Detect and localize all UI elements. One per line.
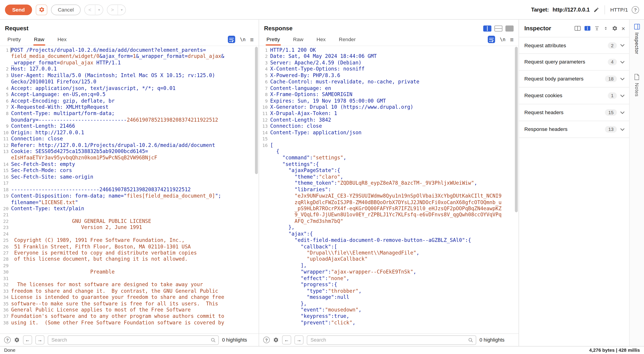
code-line: AFQ_c7md3shm7bQ" bbox=[259, 218, 518, 225]
chevron-down-icon bbox=[620, 94, 625, 97]
code-line: 4Accept: application/json, text/javascri… bbox=[0, 85, 258, 92]
target-url: http://127.0.0.1 bbox=[552, 6, 590, 13]
inspector-close-icon[interactable]: × bbox=[622, 25, 625, 32]
request-scrollbar[interactable] bbox=[255, 47, 258, 333]
section-label: Request attributes bbox=[524, 42, 604, 48]
side-tab-inspector[interactable]: Inspector bbox=[634, 24, 640, 54]
search-help-icon[interactable]: ? bbox=[4, 337, 11, 343]
code-line: 12Content-Length: 3842 bbox=[259, 117, 518, 123]
inspector-section-response-headers[interactable]: Response headers13 bbox=[519, 121, 629, 138]
code-line: 21 bbox=[0, 212, 258, 218]
response-search-input[interactable] bbox=[307, 335, 476, 345]
repeater-window: Send Cancel < ▾ > ▾ Target: http://127.0… bbox=[0, 0, 644, 354]
section-label: Request headers bbox=[524, 110, 602, 115]
tab-hex[interactable]: Hex bbox=[316, 37, 326, 46]
code-line: 31 bbox=[0, 275, 258, 282]
chevron-down-icon bbox=[620, 111, 625, 114]
section-label: Request body parameters bbox=[524, 76, 602, 82]
chevron-down-icon bbox=[620, 77, 625, 80]
scrollbar-thumb[interactable] bbox=[255, 47, 258, 174]
history-forward-button[interactable]: > bbox=[107, 5, 118, 15]
code-line: _wrapper_format=drupal_ajax HTTP/1.1 bbox=[0, 60, 258, 66]
history-forward-dropdown-icon[interactable]: ▾ bbox=[118, 5, 126, 15]
code-line: 29 bbox=[0, 263, 258, 269]
newline-toggle-icon[interactable]: \n bbox=[240, 37, 246, 42]
inspector-section-request-body-parameters[interactable]: Request body parameters18 bbox=[519, 71, 629, 87]
section-count-badge: 4 bbox=[608, 59, 617, 65]
send-button[interactable]: Send bbox=[5, 4, 32, 15]
code-line: "command":"settings", bbox=[259, 155, 518, 161]
next-match-button[interactable]: → bbox=[294, 336, 304, 345]
request-search-input[interactable] bbox=[48, 335, 219, 345]
scrollbar-thumb[interactable] bbox=[515, 47, 518, 212]
tab-hex[interactable]: Hex bbox=[58, 37, 66, 46]
code-line: "ajaxPageState":{ bbox=[259, 168, 518, 174]
code-line: }, bbox=[259, 301, 518, 307]
code-line: }, bbox=[259, 225, 518, 231]
inspector-layout-filled-icon[interactable] bbox=[584, 26, 590, 31]
inspector-layout-outline-icon[interactable] bbox=[575, 26, 581, 31]
wrap-lines-icon[interactable] bbox=[488, 36, 496, 43]
inspector-section-request-cookies[interactable]: Request cookies1 bbox=[519, 87, 629, 104]
history-back-button[interactable]: < bbox=[85, 5, 95, 15]
code-line: 30 Preamble bbox=[0, 269, 258, 275]
response-editor[interactable]: 1HTTP/1.1 200 OK2Date: Sat, 04 May 2024 … bbox=[259, 46, 518, 334]
edit-target-icon[interactable] bbox=[594, 7, 599, 12]
inspector-section-request-headers[interactable]: Request headers15 bbox=[519, 104, 629, 121]
layout-single-button[interactable] bbox=[506, 25, 514, 31]
tab-raw[interactable]: Raw bbox=[34, 37, 44, 46]
search-help-icon[interactable]: ? bbox=[263, 337, 270, 343]
inspector-settings-icon[interactable] bbox=[612, 25, 618, 31]
code-line: 3User-Agent: Mozilla/5.0 (Macintosh; Int… bbox=[0, 73, 258, 79]
inspector-section-request-attributes[interactable]: Request attributes2 bbox=[519, 37, 629, 54]
section-count-badge: 13 bbox=[605, 126, 617, 133]
help-icon[interactable]: ? bbox=[632, 6, 639, 13]
tab-pretty[interactable]: Pretty bbox=[266, 37, 280, 46]
code-line: 11X-Drupal-Ajax-Token: 1 bbox=[259, 111, 518, 117]
request-editor[interactable]: 1POST /Projects/drupal-10.2.6/media/add/… bbox=[0, 46, 258, 334]
request-panel: Request PrettyRawHex \n ≡ 1POST /Project… bbox=[0, 20, 259, 346]
expand-collapse-icon[interactable] bbox=[604, 26, 608, 31]
code-line: 13Connection: close bbox=[259, 123, 518, 130]
editor-menu-icon[interactable]: ≡ bbox=[250, 36, 254, 42]
search-settings-icon[interactable] bbox=[273, 337, 279, 343]
code-line: 34License is intended to guarantee your … bbox=[0, 294, 258, 301]
notes-tab-icon bbox=[634, 74, 640, 80]
code-line: "event":"mousedown", bbox=[259, 307, 518, 313]
search-icon bbox=[210, 337, 216, 343]
code-line: 2Host: 127.0.0.1 bbox=[0, 66, 258, 73]
next-match-button[interactable]: → bbox=[35, 336, 44, 345]
code-line: 37Foundation's software and to any other… bbox=[0, 313, 258, 320]
wrap-lines-icon[interactable] bbox=[228, 36, 236, 43]
cancel-button[interactable]: Cancel bbox=[51, 4, 80, 15]
section-label: Response headers bbox=[524, 126, 602, 132]
tab-raw[interactable]: Raw bbox=[293, 37, 303, 46]
inspector-panel: Inspector × Request attributes2Request q… bbox=[519, 20, 630, 346]
code-line: "eJx9UNFuwzAI_CE3-YZ9SUUIWdmw8Qyu1n19nSp… bbox=[259, 193, 518, 199]
collapse-all-icon[interactable] bbox=[594, 26, 600, 31]
code-line: 23 Version 2, June 1991 bbox=[0, 225, 258, 231]
code-line: 26 51 Franklin Street, Fifth Floor, Bost… bbox=[0, 244, 258, 250]
code-line: 7X-Requested-With: XMLHttpRequest bbox=[0, 104, 258, 111]
newline-toggle-icon[interactable]: \n bbox=[500, 37, 506, 42]
inspector-section-request-query-parameters[interactable]: Request query parameters4 bbox=[519, 54, 629, 71]
code-line: 12Referer: http://127.0.0.1/Projects/dru… bbox=[0, 142, 258, 149]
side-tab-notes[interactable]: Notes bbox=[634, 74, 640, 97]
prev-match-button[interactable]: ← bbox=[282, 336, 291, 345]
prev-match-button[interactable]: ← bbox=[23, 336, 32, 345]
code-line: 25 Copyright (C) 1989, 1991 Free Softwar… bbox=[0, 237, 258, 244]
search-settings-icon[interactable] bbox=[14, 337, 20, 343]
editor-menu-icon[interactable]: ≡ bbox=[510, 36, 514, 42]
layout-stacked-button[interactable] bbox=[494, 23, 503, 34]
tab-render[interactable]: Render bbox=[339, 37, 356, 46]
inspector-tab-icon bbox=[634, 24, 640, 29]
response-scrollbar[interactable] bbox=[515, 47, 518, 333]
code-line: 6Accept-Encoding: gzip, deflate, br bbox=[0, 98, 258, 104]
tab-pretty[interactable]: Pretty bbox=[8, 37, 21, 46]
code-line: "keypress":true, bbox=[259, 313, 518, 320]
layout-columns-button[interactable] bbox=[483, 25, 492, 31]
send-settings-button[interactable] bbox=[36, 4, 47, 15]
history-back-dropdown-icon[interactable]: ▾ bbox=[95, 5, 103, 15]
code-line: 16[ bbox=[259, 142, 518, 149]
code-line: 7Content-language: en bbox=[259, 85, 518, 92]
